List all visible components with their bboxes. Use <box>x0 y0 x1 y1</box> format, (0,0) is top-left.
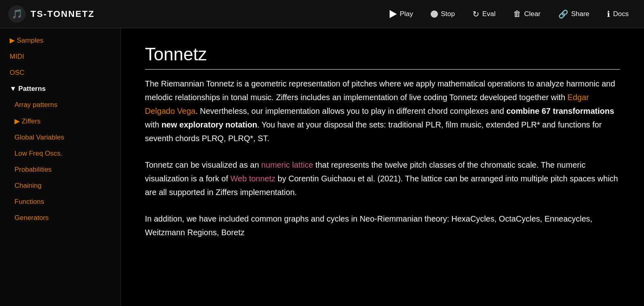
play-icon <box>390 10 397 18</box>
sidebar-item-chaining[interactable]: Chaining <box>0 178 120 194</box>
app-title: TS-TONNETZ <box>31 9 95 19</box>
numeric-lattice-link[interactable]: numeric lattice <box>261 160 313 169</box>
stop-icon <box>431 10 438 18</box>
stop-button[interactable]: Stop <box>423 7 462 21</box>
share-button[interactable]: 🔗 Share <box>551 6 597 22</box>
content-para-2: Tonnetz can be visualized as an numeric … <box>145 158 620 199</box>
sidebar-item-functions[interactable]: Functions <box>0 194 120 210</box>
eval-label: Eval <box>482 10 495 18</box>
sidebar-item-patterns[interactable]: ▼ Patterns <box>0 81 120 97</box>
sidebar-item-samples[interactable]: ▶ Samples <box>0 32 120 49</box>
docs-label: Docs <box>613 10 629 18</box>
clear-icon: 🗑 <box>513 9 521 18</box>
share-label: Share <box>571 10 589 18</box>
eval-button[interactable]: ↻ Eval <box>465 6 503 22</box>
sidebar: ▶ SamplesMIDIOSC▼ PatternsArray patterns… <box>0 28 121 306</box>
content-para-3: In addition, we have included common gra… <box>145 212 620 239</box>
sidebar-item-ziffers[interactable]: ▶ Ziffers <box>0 113 120 129</box>
sidebar-item-global-variables[interactable]: Global Variables <box>0 129 120 146</box>
app-header: 🎵 TS-TONNETZ Play Stop ↻ Eval 🗑 Clear 🔗 … <box>0 0 644 28</box>
toolbar: Play Stop ↻ Eval 🗑 Clear 🔗 Share ℹ Docs <box>382 6 636 22</box>
web-tonnetz-link[interactable]: Web tonnetz <box>230 174 275 183</box>
docs-button[interactable]: ℹ Docs <box>600 6 636 22</box>
para1-text-mid: . Nevertheless, our implementation allow… <box>196 107 506 115</box>
para3-text: In addition, we have included common gra… <box>145 214 592 237</box>
para1-text-before: The Riemannian Tonnetz is a geometric re… <box>145 79 615 102</box>
sidebar-item-low-freq-oscs[interactable]: Low Freq Oscs. <box>0 146 120 162</box>
sidebar-items: ▶ SamplesMIDIOSC▼ PatternsArray patterns… <box>0 32 120 226</box>
content-para-1: The Riemannian Tonnetz is a geometric re… <box>145 77 620 145</box>
sidebar-item-midi[interactable]: MIDI <box>0 49 120 65</box>
logo-area: 🎵 TS-TONNETZ <box>8 5 129 23</box>
share-icon: 🔗 <box>558 9 568 19</box>
sidebar-item-probabilities[interactable]: Probabilities <box>0 162 120 178</box>
bold-new-notation: new exploratory notation <box>161 120 257 129</box>
main-layout: ▶ SamplesMIDIOSC▼ PatternsArray patterns… <box>0 28 644 306</box>
content-area: Tonnetz The Riemannian Tonnetz is a geom… <box>121 28 644 306</box>
para2-before: Tonnetz can be visualized as an <box>145 160 261 169</box>
play-label: Play <box>400 10 413 18</box>
eval-icon: ↻ <box>473 9 479 19</box>
bold-combine: combine 67 transformations <box>506 107 614 115</box>
sidebar-item-array-patterns[interactable]: Array patterns <box>0 97 120 113</box>
app-logo: 🎵 <box>8 5 26 23</box>
clear-label: Clear <box>524 10 541 18</box>
stop-label: Stop <box>441 10 455 18</box>
docs-icon: ℹ <box>607 9 610 19</box>
sidebar-item-osc[interactable]: OSC <box>0 65 120 81</box>
clear-button[interactable]: 🗑 Clear <box>506 6 548 22</box>
play-button[interactable]: Play <box>382 7 420 21</box>
sidebar-item-generators[interactable]: Generators <box>0 210 120 226</box>
page-title: Tonnetz <box>145 44 620 70</box>
para1-between: with <box>145 120 161 129</box>
